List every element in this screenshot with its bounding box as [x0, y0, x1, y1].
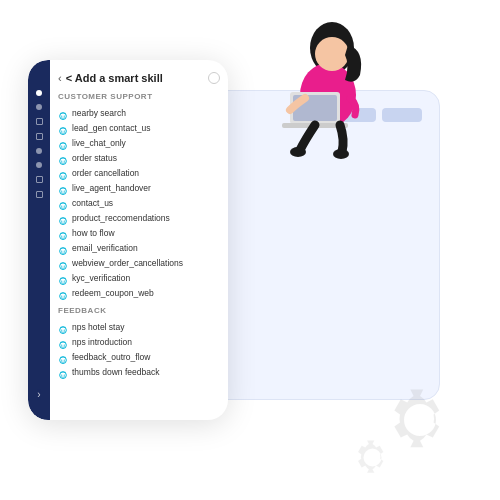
skill-item[interactable]: live_agent_handover: [58, 180, 220, 195]
skill-label: how to flow: [72, 228, 115, 238]
sidebar-chevron[interactable]: ›: [37, 389, 40, 400]
svg-point-47: [64, 359, 65, 360]
feedback-skill-label: nps hotel stay: [72, 322, 124, 332]
skill-label: email_verification: [72, 243, 138, 253]
svg-point-2: [64, 115, 65, 116]
svg-point-1: [61, 115, 62, 116]
skill-item[interactable]: kyc_verification: [58, 270, 220, 285]
svg-point-40: [61, 329, 62, 330]
scene: › ‹ < Add a smart skill Customer Support…: [0, 0, 500, 500]
phone-sidebar: ›: [28, 60, 50, 420]
skill-icon: [58, 228, 68, 238]
svg-point-34: [61, 280, 62, 281]
skill-label: live_chat_only: [72, 138, 126, 148]
skill-icon: [58, 123, 68, 133]
skill-item[interactable]: order cancellation: [58, 165, 220, 180]
svg-point-43: [61, 344, 62, 345]
skill-icon: [58, 108, 68, 118]
back-arrow-icon[interactable]: ‹: [58, 72, 62, 84]
skill-label: kyc_verification: [72, 273, 130, 283]
skill-icon: [58, 243, 68, 253]
svg-point-49: [61, 374, 62, 375]
feedback-skill-icon: [58, 367, 68, 377]
svg-point-37: [61, 295, 62, 296]
svg-point-38: [64, 295, 65, 296]
customer-support-label: Customer Support: [58, 92, 220, 101]
skill-label: webview_order_cancellations: [72, 258, 183, 268]
svg-point-5: [64, 130, 65, 131]
skill-label: redeem_coupon_web: [72, 288, 154, 298]
header-circle-icon: [208, 72, 220, 84]
bg-tab-3: [382, 108, 422, 122]
skill-item[interactable]: lead_gen contact_us: [58, 120, 220, 135]
svg-point-4: [61, 130, 62, 131]
feedback-item[interactable]: thumbs down feedback: [58, 364, 220, 379]
feedback-item[interactable]: feedback_outro_flow: [58, 349, 220, 364]
feedback-skill-label: feedback_outro_flow: [72, 352, 150, 362]
card-content: ‹ < Add a smart skill Customer Support n…: [50, 60, 228, 387]
skill-item[interactable]: product_reccomendations: [58, 210, 220, 225]
svg-point-44: [64, 344, 65, 345]
skill-icon: [58, 183, 68, 193]
svg-point-35: [64, 280, 65, 281]
skill-item[interactable]: live_chat_only: [58, 135, 220, 150]
header-title: < Add a smart skill: [66, 72, 163, 84]
svg-point-10: [61, 160, 62, 161]
skill-icon: [58, 153, 68, 163]
svg-point-50: [64, 374, 65, 375]
skill-item[interactable]: order status: [58, 150, 220, 165]
skill-label: order status: [72, 153, 117, 163]
skill-item[interactable]: email_verification: [58, 240, 220, 255]
feedback-item[interactable]: nps introduction: [58, 334, 220, 349]
skill-label: nearby search: [72, 108, 126, 118]
feedback-section: Feedback nps hotel stay nps introduction…: [58, 306, 220, 379]
sidebar-square-1: [36, 118, 43, 125]
skill-label: contact_us: [72, 198, 113, 208]
svg-point-19: [61, 205, 62, 206]
svg-point-16: [61, 190, 62, 191]
skill-icon: [58, 213, 68, 223]
svg-point-58: [333, 149, 349, 159]
sidebar-dot-3: [36, 148, 42, 154]
main-card: › ‹ < Add a smart skill Customer Support…: [28, 60, 228, 420]
svg-point-17: [64, 190, 65, 191]
card-header: ‹ < Add a smart skill: [58, 72, 220, 84]
skill-item[interactable]: nearby search: [58, 105, 220, 120]
svg-point-32: [64, 265, 65, 266]
svg-point-20: [64, 205, 65, 206]
customer-support-list: nearby search lead_gen contact_us live_c…: [58, 105, 220, 300]
svg-point-23: [64, 220, 65, 221]
skill-item[interactable]: how to flow: [58, 225, 220, 240]
skill-label: lead_gen contact_us: [72, 123, 150, 133]
feedback-skill-icon: [58, 322, 68, 332]
svg-point-26: [64, 235, 65, 236]
feedback-skill-label: nps introduction: [72, 337, 132, 347]
sidebar-square-3: [36, 176, 43, 183]
sidebar-square-2: [36, 133, 43, 140]
sidebar-square-4: [36, 191, 43, 198]
sidebar-dot-4: [36, 162, 42, 168]
svg-point-57: [290, 147, 306, 157]
gear-small-icon: [350, 435, 395, 480]
svg-point-31: [61, 265, 62, 266]
sidebar-dot-2: [36, 104, 42, 110]
feedback-skill-icon: [58, 337, 68, 347]
skill-icon: [58, 168, 68, 178]
svg-point-53: [315, 37, 349, 71]
skill-icon: [58, 288, 68, 298]
skill-icon: [58, 258, 68, 268]
feedback-label: Feedback: [58, 306, 220, 315]
skill-item[interactable]: webview_order_cancellations: [58, 255, 220, 270]
skill-icon: [58, 138, 68, 148]
feedback-item[interactable]: nps hotel stay: [58, 319, 220, 334]
sidebar-dot-1: [36, 90, 42, 96]
svg-point-11: [64, 160, 65, 161]
svg-point-13: [61, 175, 62, 176]
feedback-list: nps hotel stay nps introduction feedback…: [58, 319, 220, 379]
svg-point-29: [64, 250, 65, 251]
skill-item[interactable]: redeem_coupon_web: [58, 285, 220, 300]
svg-point-46: [61, 359, 62, 360]
skill-item[interactable]: contact_us: [58, 195, 220, 210]
skill-label: live_agent_handover: [72, 183, 151, 193]
svg-point-22: [61, 220, 62, 221]
